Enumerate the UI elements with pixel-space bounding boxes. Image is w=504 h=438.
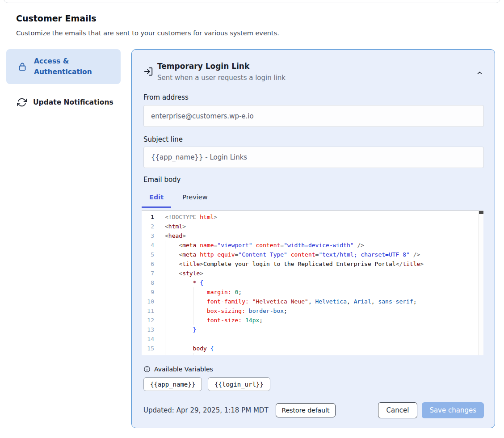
available-variables-row: Available Variables [143,366,213,373]
code-editor-lines: 1<!DOCTYPE html>2<html>3<head>4 <meta na… [142,211,483,355]
panel-subtitle: Sent when a user requests a login link [157,74,286,82]
code-line: 1<!DOCTYPE html> [142,212,483,222]
line-number: 2 [142,222,165,231]
sidebar-item-access-authentication[interactable]: Access & Authentication [6,49,121,84]
line-number: 15 [142,344,165,353]
line-number: 8 [142,278,165,287]
line-number: 3 [142,231,165,240]
variable-chip[interactable]: {{app_name}} [143,377,202,391]
page-title: Customer Emails [16,13,97,23]
code-line: 2<html> [142,222,483,231]
chevron-up-icon [476,70,483,76]
tab-preview[interactable]: Preview [175,194,215,208]
line-number: 7 [142,269,165,278]
info-icon [143,366,151,373]
code-line: 15 body { [142,344,483,353]
email-body-tabs: Edit Preview [142,194,219,208]
line-number: 1 [142,212,165,222]
code-line: 14 [142,334,483,344]
email-body-label: Email body [143,176,181,184]
sidebar-item-label: Update Notifications [33,97,113,108]
code-editor[interactable]: 1<!DOCTYPE html>2<html>3<head>4 <meta na… [142,211,483,355]
available-variables-label: Available Variables [154,366,213,373]
updated-timestamp: Updated: Apr 29, 2025, 1:18 PM MDT [143,406,269,414]
code-line: 6 <title>Complete your login to the Repl… [142,259,483,269]
sidebar-item-label: Access & Authentication [34,56,110,77]
temporary-login-link-panel: Temporary Login Link Sent when a user re… [131,49,495,428]
panel-title: Temporary Login Link [157,62,249,71]
subject-line-label: Subject line [143,135,183,143]
editor-scrollbar[interactable] [479,211,483,355]
code-line: 16 background-color: #ffffff; [142,353,483,355]
subject-line-input[interactable] [143,147,484,168]
line-number: 14 [142,334,165,344]
collapse-panel-button[interactable] [474,67,485,78]
tab-edit[interactable]: Edit [142,194,171,208]
editor-scrollbar-thumb[interactable] [479,211,483,214]
restore-default-button[interactable]: Restore default [276,403,336,417]
line-number: 16 [142,353,165,355]
variable-chip[interactable]: {{login_url}} [208,377,270,391]
line-number: 11 [142,306,165,316]
line-number: 12 [142,316,165,325]
panel-footer: Updated: Apr 29, 2025, 1:18 PM MDT Resto… [143,402,484,418]
line-number: 10 [142,297,165,306]
customer-emails-page: Customer Emails Customize the emails tha… [0,0,504,438]
code-line: 9 margin: 0; [142,287,483,297]
line-number: 9 [142,287,165,297]
line-number: 5 [142,250,165,259]
line-number: 6 [142,259,165,269]
code-line: 4 <meta name="viewport" content="width=d… [142,240,483,250]
code-line: 8 * { [142,278,483,287]
code-line: 7 <style> [142,269,483,278]
cancel-button[interactable]: Cancel [378,402,418,418]
from-address-label: From address [143,93,189,101]
variable-chips: {{app_name}}{{login_url}} [143,377,270,391]
code-line: 12 font-size: 14px; [142,316,483,325]
login-icon [143,67,153,76]
save-changes-button[interactable]: Save changes [422,402,484,418]
line-number: 13 [142,325,165,334]
code-line: 3<head> [142,231,483,240]
line-number: 4 [142,240,165,250]
refresh-icon [17,97,27,107]
code-line: 5 <meta http-equiv="Content-Type" conten… [142,250,483,259]
code-line: 11 box-sizing: border-box; [142,306,483,316]
page-subtitle: Customize the emails that are sent to yo… [16,29,279,37]
code-line: 10 font-family: "Helvetica Neue", Helvet… [142,297,483,306]
lock-icon [17,61,28,72]
sidebar-item-update-notifications[interactable]: Update Notifications [6,93,121,111]
code-line: 13 } [142,325,483,334]
from-address-input[interactable] [143,105,484,127]
previous-card-bottom-edge [4,0,500,3]
